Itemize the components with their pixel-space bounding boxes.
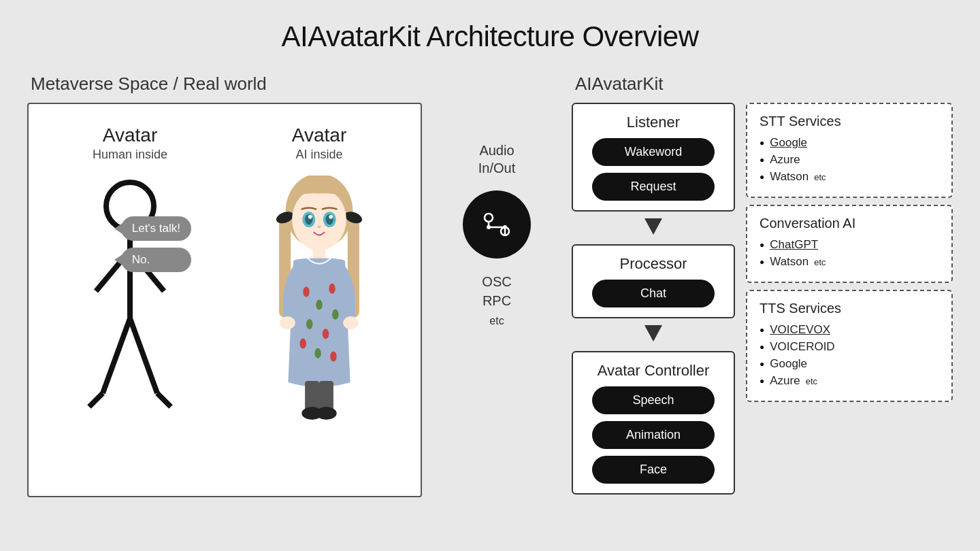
svg-point-22: [316, 299, 323, 310]
conversation-ai-box: Conversation AI ChatGPT Watson etc: [746, 205, 953, 283]
conv-watson: Watson etc: [760, 255, 939, 269]
avatar-ai-label: Avatar: [292, 124, 346, 146]
arrow-down-2: [572, 325, 735, 344]
wakeword-btn: Wakeword: [592, 138, 715, 166]
stt-title: STT Services: [760, 114, 939, 129]
svg-point-24: [306, 319, 313, 329]
bubble-1: Let's talk!: [121, 216, 191, 241]
speech-bubbles: Let's talk! No.: [121, 216, 191, 272]
processor-title: Processor: [619, 255, 687, 273]
services-column: STT Services Google Azure Watson etc Con…: [746, 103, 953, 495]
svg-point-35: [316, 407, 336, 420]
avatar-controller-module: Avatar Controller Speech Animation Face: [572, 351, 735, 495]
svg-point-41: [487, 225, 491, 229]
svg-marker-43: [644, 218, 662, 235]
svg-point-27: [300, 338, 307, 348]
audio-icon: [463, 190, 531, 258]
svg-point-13: [292, 188, 346, 250]
svg-line-7: [157, 393, 171, 407]
svg-point-18: [308, 215, 312, 219]
right-content: Listener Wakeword Request Processor Chat: [572, 103, 953, 495]
stt-watson: Watson etc: [760, 170, 939, 184]
svg-line-5: [130, 318, 157, 393]
metaverse-box: Avatar Human inside Let's talk! No.: [27, 103, 422, 497]
anime-svg: [258, 176, 380, 434]
stt-google: Google: [760, 136, 939, 150]
svg-point-19: [329, 215, 333, 219]
avatar-human-label: Avatar: [103, 124, 157, 146]
processor-module: Processor Chat: [572, 244, 735, 318]
tts-items: VOICEVOX VOICEROID Google Azure etc: [760, 323, 939, 388]
avatar-ai-section: Avatar AI inside: [231, 118, 407, 434]
conversation-items: ChatGPT Watson etc: [760, 238, 939, 269]
svg-marker-44: [644, 325, 662, 341]
avatar-ai-sublabel: AI inside: [295, 148, 342, 162]
human-stick-svg: [82, 176, 178, 434]
page-title: AIAvatarKit Architecture Overview: [282, 20, 699, 53]
svg-point-23: [329, 284, 336, 294]
svg-point-26: [332, 310, 339, 320]
tts-google: Google: [760, 357, 939, 371]
svg-point-28: [314, 348, 321, 358]
left-section: Metaverse Space / Real world Avatar Huma…: [27, 73, 422, 497]
right-section: AIAvatarKit Listener Wakeword Request: [572, 73, 953, 495]
animation-btn: Animation: [592, 421, 715, 449]
request-btn: Request: [592, 173, 715, 201]
stt-azure: Azure: [760, 153, 939, 167]
svg-point-30: [280, 316, 295, 329]
svg-point-36: [485, 214, 493, 222]
speech-btn: Speech: [592, 386, 715, 414]
main-layout: Metaverse Space / Real world Avatar Huma…: [27, 73, 953, 497]
center-connector: AudioIn/Out OSCRPCetc: [449, 73, 544, 329]
tts-voiceroid: VOICEROID: [760, 340, 939, 354]
svg-point-25: [323, 329, 329, 339]
arrow-down-1: [572, 218, 735, 237]
avatar-controller-title: Avatar Controller: [598, 362, 710, 380]
audio-label: AudioIn/Out: [478, 141, 515, 177]
stt-items: Google Azure Watson etc: [760, 136, 939, 184]
face-btn: Face: [592, 456, 715, 484]
osc-label: OSCRPCetc: [482, 272, 511, 329]
tts-services-box: TTS Services VOICEVOX VOICEROID Google A…: [746, 290, 953, 402]
bubble-2: No.: [121, 248, 191, 272]
aiavatarkit-label: AIAvatarKit: [575, 73, 953, 95]
stick-figure: Let's talk! No.: [82, 176, 178, 434]
conv-chatgpt: ChatGPT: [760, 238, 939, 252]
svg-point-42: [503, 225, 507, 229]
svg-line-6: [89, 393, 103, 407]
avatar-human-section: Avatar Human inside Let's talk! No.: [42, 118, 218, 434]
tts-voicevox: VOICEVOX: [760, 323, 939, 337]
svg-point-29: [330, 351, 337, 361]
listener-module: Listener Wakeword Request: [572, 103, 735, 212]
tts-title: TTS Services: [760, 301, 939, 316]
svg-point-21: [303, 286, 310, 297]
listener-title: Listener: [627, 114, 680, 131]
tts-azure: Azure etc: [760, 374, 939, 388]
svg-point-31: [343, 316, 359, 329]
chat-btn: Chat: [592, 280, 715, 307]
stt-services-box: STT Services Google Azure Watson etc: [746, 103, 953, 198]
conversation-ai-title: Conversation AI: [760, 216, 939, 231]
modules-column: Listener Wakeword Request Processor Chat: [572, 103, 735, 495]
avatar-human-sublabel: Human inside: [93, 148, 167, 162]
circuit-svg: [476, 204, 517, 245]
anime-character: [258, 176, 380, 434]
metaverse-label: Metaverse Space / Real world: [31, 73, 422, 95]
svg-line-4: [103, 318, 130, 393]
